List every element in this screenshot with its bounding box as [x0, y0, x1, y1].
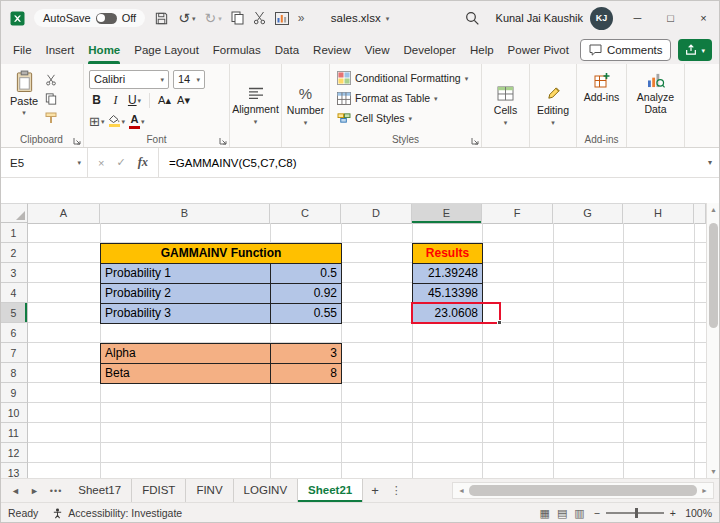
- vertical-scroll-thumb[interactable]: [709, 223, 718, 328]
- scroll-up-icon[interactable]: ▲: [707, 203, 720, 216]
- accessibility-status[interactable]: Accessibility: Investigate: [52, 507, 182, 519]
- cell-B5[interactable]: Probability 3: [101, 304, 271, 324]
- vertical-scrollbar[interactable]: ▲ ▼: [706, 203, 720, 478]
- search-icon[interactable]: [465, 11, 480, 26]
- scroll-down-icon[interactable]: ▼: [707, 465, 720, 478]
- format-as-table-button[interactable]: Format as Table ▾: [333, 88, 478, 108]
- bold-button[interactable]: B: [89, 91, 104, 109]
- document-title[interactable]: sales.xlsx ▾: [331, 0, 389, 36]
- account-chip[interactable]: Kunal Jai Kaushik KJ: [496, 7, 613, 30]
- page-layout-view-icon[interactable]: ▤: [557, 507, 567, 520]
- column-header-c[interactable]: C: [270, 204, 341, 224]
- zoom-slider-thumb[interactable]: [635, 508, 638, 518]
- minimize-button[interactable]: ─: [621, 0, 654, 36]
- row-header-1[interactable]: 1: [0, 223, 28, 243]
- ribbon-tab-data[interactable]: Data: [268, 36, 306, 64]
- cell-C4[interactable]: 0.92: [271, 284, 342, 304]
- format-painter-icon[interactable]: [45, 112, 57, 124]
- font-dialog-launcher-icon[interactable]: [219, 137, 227, 145]
- cell-B7[interactable]: Alpha: [101, 344, 271, 364]
- row-header-8[interactable]: 8: [0, 363, 28, 383]
- redo-button[interactable]: ↻▾: [204, 11, 221, 25]
- ribbon-tab-review[interactable]: Review: [306, 36, 358, 64]
- cell-B8[interactable]: Beta: [101, 364, 271, 384]
- column-header-partial[interactable]: [694, 204, 706, 224]
- styles-dialog-launcher-icon[interactable]: [471, 137, 479, 145]
- cell-C7[interactable]: 3: [271, 344, 342, 364]
- ribbon-tab-help[interactable]: Help: [463, 36, 501, 64]
- column-header-h[interactable]: H: [623, 204, 694, 224]
- chart-button[interactable]: [275, 12, 289, 25]
- cell-B2[interactable]: GAMMAINV Function: [101, 244, 342, 264]
- select-all-button[interactable]: [0, 203, 28, 223]
- ribbon-tab-home[interactable]: Home: [81, 36, 127, 64]
- fill-handle[interactable]: [497, 320, 502, 325]
- conditional-formatting-button[interactable]: Conditional Formatting ▾: [333, 68, 478, 88]
- cells-group-button[interactable]: Cells ▾: [482, 64, 530, 147]
- row-header-3[interactable]: 3: [0, 263, 28, 283]
- undo-button[interactable]: ↺▾: [178, 11, 195, 25]
- horizontal-scroll-thumb[interactable]: [469, 485, 697, 496]
- alignment-group-button[interactable]: Alignment ▾: [230, 64, 282, 147]
- row-header-10[interactable]: 10: [0, 403, 28, 423]
- close-button[interactable]: ×: [687, 0, 720, 36]
- copy-icon[interactable]: [45, 93, 57, 105]
- sheet-tab-sheet21[interactable]: Sheet21: [298, 479, 363, 502]
- addins-button[interactable]: Add-ins: [580, 68, 623, 103]
- ribbon-tab-page-layout[interactable]: Page Layout: [127, 36, 206, 64]
- enter-icon[interactable]: ✓: [116, 156, 125, 169]
- row-header-7[interactable]: 7: [0, 343, 28, 363]
- formula-input[interactable]: =GAMMAINV(C5,C7,C8): [169, 157, 296, 169]
- sheet-tab-fdist[interactable]: FDIST: [132, 479, 186, 502]
- toggle-off-icon[interactable]: [96, 13, 117, 24]
- row-header-12[interactable]: 12: [0, 443, 28, 463]
- avatar[interactable]: KJ: [590, 7, 613, 30]
- cell-C5[interactable]: 0.55: [271, 304, 342, 324]
- column-header-e[interactable]: E: [412, 204, 482, 224]
- italic-button[interactable]: I: [108, 91, 123, 109]
- comments-button[interactable]: Comments: [580, 39, 672, 61]
- cell-E2[interactable]: Results: [413, 244, 483, 264]
- sheet-next-icon[interactable]: ►: [25, 486, 44, 496]
- normal-view-icon[interactable]: ▦: [540, 507, 550, 520]
- cell-E4[interactable]: 45.13398: [413, 284, 483, 304]
- paste-button[interactable]: Paste ▾: [10, 70, 38, 124]
- fill-color-button[interactable]: ▾: [108, 112, 125, 130]
- borders-button[interactable]: ⊞▾: [89, 112, 104, 130]
- ribbon-tab-power-pivot[interactable]: Power Pivot: [501, 36, 576, 64]
- increase-font-icon[interactable]: A▴: [157, 91, 172, 109]
- analyze-data-button[interactable]: Analyze Data: [630, 68, 681, 115]
- formula-bar-collapse-icon[interactable]: ▾: [708, 158, 712, 167]
- sheet-prev-icon[interactable]: ◄: [6, 486, 25, 496]
- underline-button[interactable]: U▾: [127, 91, 142, 109]
- cut-button[interactable]: [253, 11, 266, 25]
- font-name-select[interactable]: Calibri ▾: [89, 70, 169, 89]
- row-header-2[interactable]: 2: [0, 243, 28, 263]
- ribbon-tab-insert[interactable]: Insert: [39, 36, 82, 64]
- name-box[interactable]: E5 ▾: [0, 148, 88, 177]
- selected-cell-outline[interactable]: [411, 302, 501, 324]
- number-group-button[interactable]: % Number ▾: [282, 64, 330, 147]
- zoom-in-icon[interactable]: +: [670, 507, 676, 519]
- ribbon-tab-view[interactable]: View: [358, 36, 397, 64]
- page-break-view-icon[interactable]: ▥: [574, 507, 584, 520]
- sheet-overflow-dots[interactable]: •••: [44, 486, 68, 496]
- insert-function-icon[interactable]: fx: [138, 155, 148, 170]
- maximize-button[interactable]: □: [654, 0, 687, 36]
- column-header-a[interactable]: A: [28, 204, 100, 224]
- cell-B3[interactable]: Probability 1: [101, 264, 271, 284]
- ribbon-tab-formulas[interactable]: Formulas: [206, 36, 268, 64]
- cut-icon[interactable]: [45, 74, 57, 86]
- font-color-button[interactable]: A▾: [129, 112, 145, 130]
- row-header-5[interactable]: 5: [0, 303, 28, 323]
- sheet-tab-finv[interactable]: FINV: [186, 479, 233, 502]
- sheet-options-icon[interactable]: ⋮: [387, 484, 406, 497]
- column-header-f[interactable]: F: [482, 204, 553, 224]
- row-header-11[interactable]: 11: [0, 423, 28, 443]
- zoom-out-icon[interactable]: −: [594, 507, 600, 519]
- more-commands-icon[interactable]: »: [298, 11, 305, 25]
- cell-C8[interactable]: 8: [271, 364, 342, 384]
- cell-C3[interactable]: 0.5: [271, 264, 342, 284]
- ribbon-tab-file[interactable]: File: [6, 36, 39, 64]
- row-header-6[interactable]: 6: [0, 323, 28, 343]
